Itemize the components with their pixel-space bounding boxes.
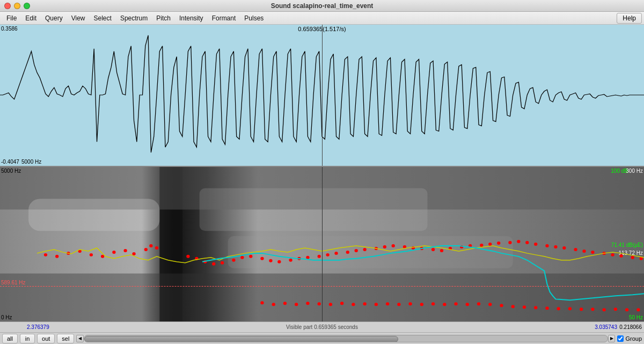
svg-point-90 <box>511 305 515 308</box>
svg-point-69 <box>272 303 275 306</box>
menu-view[interactable]: View <box>67 13 90 24</box>
time-center: Visible part 0.659365 seconds <box>286 324 358 330</box>
svg-point-51 <box>488 243 492 246</box>
svg-point-58 <box>554 245 557 248</box>
menu-query[interactable]: Query <box>41 13 67 24</box>
svg-point-97 <box>591 308 594 311</box>
svg-point-81 <box>408 302 412 305</box>
time-ruler: 2.376379 Visible part 0.659365 seconds 3… <box>0 321 644 332</box>
svg-point-66 <box>631 256 634 259</box>
svg-point-57 <box>545 244 548 247</box>
minimize-button[interactable] <box>14 3 20 9</box>
scroll-left-button[interactable]: ◀ <box>76 335 84 342</box>
svg-point-68 <box>260 301 264 304</box>
svg-point-84 <box>443 303 446 306</box>
bottom-bar: all in out sel ◀ ▶ Group <box>0 332 644 344</box>
close-button[interactable] <box>4 3 11 9</box>
svg-point-87 <box>477 302 480 305</box>
svg-point-37 <box>355 249 358 252</box>
svg-point-22 <box>212 262 215 266</box>
svg-point-36 <box>346 251 349 254</box>
svg-point-29 <box>277 260 281 264</box>
svg-point-16 <box>144 248 148 251</box>
svg-point-13 <box>112 251 115 254</box>
svg-point-23 <box>221 261 224 265</box>
svg-point-54 <box>517 240 520 243</box>
menu-pitch[interactable]: Pitch <box>152 13 175 24</box>
svg-point-75 <box>340 302 343 305</box>
svg-point-50 <box>480 244 483 247</box>
svg-point-60 <box>574 248 577 251</box>
svg-point-46 <box>440 249 443 252</box>
svg-point-77 <box>363 302 366 305</box>
menu-spectrum[interactable]: Spectrum <box>116 13 152 24</box>
svg-point-80 <box>397 303 400 306</box>
svg-point-19 <box>186 255 189 258</box>
menu-bar: File Edit Query View Select Spectrum Pit… <box>0 12 644 25</box>
svg-point-32 <box>306 256 309 259</box>
svg-point-71 <box>295 303 298 306</box>
scrollbar-track[interactable] <box>84 335 608 342</box>
svg-point-100 <box>625 308 628 311</box>
svg-point-17 <box>149 244 152 247</box>
svg-point-85 <box>454 302 457 305</box>
svg-point-89 <box>500 304 503 307</box>
svg-point-53 <box>508 241 511 244</box>
scrollbar-thumb[interactable] <box>84 336 398 342</box>
scroll-right-button[interactable]: ▶ <box>608 335 616 342</box>
group-checkbox[interactable] <box>617 335 624 342</box>
menu-select[interactable]: Select <box>90 13 116 24</box>
waveform-hz-label: 5000 Hz <box>21 159 41 165</box>
sel-button[interactable]: sel <box>57 334 74 343</box>
svg-point-7 <box>44 253 47 257</box>
group-label[interactable]: Group <box>625 335 642 342</box>
all-button[interactable]: all <box>2 334 18 343</box>
svg-point-83 <box>431 302 435 305</box>
svg-point-64 <box>611 253 614 257</box>
scroll-area: ◀ ▶ <box>76 335 615 342</box>
menu-formant[interactable]: Formant <box>208 13 240 24</box>
svg-point-94 <box>557 307 560 310</box>
main-content: 0.659365(1.517/s) 0.3586 -0.4047 5000 Hz <box>0 25 644 321</box>
svg-point-91 <box>523 305 526 309</box>
svg-point-78 <box>375 303 378 306</box>
svg-point-52 <box>497 241 500 245</box>
waveform-y-min: -0.4047 <box>1 159 19 165</box>
menu-edit[interactable]: Edit <box>21 13 41 24</box>
help-button[interactable]: Help <box>617 13 642 24</box>
spec-cursor <box>322 167 323 321</box>
time-right: 3.035743 <box>595 324 617 330</box>
out-button[interactable]: out <box>37 334 55 343</box>
window-controls <box>4 3 30 9</box>
svg-point-38 <box>363 248 366 251</box>
svg-point-72 <box>306 302 309 305</box>
in-button[interactable]: in <box>20 334 35 343</box>
cursor-time-label: 0.659365(1.517/s) <box>298 26 346 32</box>
maximize-button[interactable] <box>24 3 30 9</box>
svg-point-11 <box>90 253 93 257</box>
svg-point-70 <box>283 302 287 305</box>
svg-point-45 <box>431 248 435 251</box>
spectrogram-section[interactable]: 5000 Hz 100 dB 300 Hz 71.41 dB(µE) 113.7… <box>0 167 644 321</box>
svg-point-8 <box>55 255 58 258</box>
svg-point-99 <box>614 308 617 311</box>
svg-point-74 <box>329 303 332 306</box>
svg-point-27 <box>260 257 264 260</box>
svg-point-76 <box>352 303 355 306</box>
waveform-section[interactable]: 0.659365(1.517/s) 0.3586 -0.4047 5000 Hz <box>0 25 644 167</box>
svg-point-61 <box>582 250 586 253</box>
menu-pulses[interactable]: Pulses <box>240 13 268 24</box>
svg-point-24 <box>232 259 235 262</box>
svg-point-33 <box>318 255 321 258</box>
menu-intensity[interactable]: Intensity <box>175 13 208 24</box>
svg-point-14 <box>123 249 127 252</box>
svg-point-73 <box>318 302 321 305</box>
svg-point-18 <box>155 246 158 250</box>
window-title: Sound scalapino-real_time_event <box>271 2 374 10</box>
title-bar: Sound scalapino-real_time_event <box>0 0 644 12</box>
svg-point-34 <box>326 253 329 257</box>
menu-file[interactable]: File <box>2 13 21 24</box>
svg-point-56 <box>534 243 537 246</box>
svg-point-55 <box>525 241 529 244</box>
svg-point-93 <box>545 306 548 310</box>
